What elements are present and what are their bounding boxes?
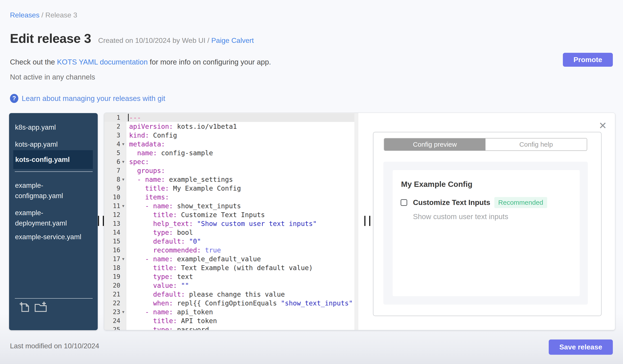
fold-toggle-icon[interactable]: ▾ [120,177,126,182]
doc-text-post: for more info on configuring your app. [148,58,271,66]
code-text: default: please change this value [126,290,285,298]
code-text: name: config-sample [126,149,213,157]
add-folder-button[interactable] [34,301,47,313]
sidebar-file-kots-config.yaml[interactable]: kots-config.yaml [13,150,93,169]
breadcrumb-releases-link[interactable]: Releases [10,11,39,19]
code-text: type: bool [126,229,193,236]
line-number-cell: 16 [104,246,126,254]
editor-line: 22 when: repl{{ ConfigOptionEquals "show… [104,299,358,307]
line-number-cell: 4▾ [104,141,126,148]
git-help-link[interactable]: Learn about managing your releases with … [22,94,165,103]
code-text: - name: example_settings [126,176,233,183]
tab-config-help[interactable]: Config help [486,139,587,150]
editor-line: 25 type: password [104,325,358,330]
code-text: kind: Config [126,131,177,139]
editor-line: 5 name: config-sample [104,148,358,157]
sidebar-file-k8s-app.yaml[interactable]: k8s-app.yaml [15,122,84,133]
line-number-cell: 18 [104,264,126,271]
code-text: help_text: "Show custom user text inputs… [126,220,317,227]
line-number-cell: 13 [104,220,126,227]
code-text: groups: [126,167,165,175]
fold-toggle-icon[interactable]: ▾ [120,159,126,164]
code-text: title: Text Example (with default value) [126,264,313,272]
editor-scrollbar[interactable] [354,113,358,330]
code-text: type: text [126,273,193,281]
config-item-row: Customize Text Inputs Recommended [400,197,547,208]
preview-content-area: My Example Config Customize Text Inputs … [383,162,588,304]
sidebar-divider [15,298,93,299]
code-text: metadata: [126,140,165,148]
sidebar-file-example-configmap.yaml[interactable]: example-configmap.yaml [15,180,84,201]
config-checkbox[interactable] [400,199,407,206]
sidebar-file-example-service.yaml[interactable]: example-service.yaml [15,232,84,242]
code-text: spec: [126,158,149,166]
line-number-cell: 1 [104,114,126,121]
editor-line: 6▾spec: [104,157,358,166]
sidebar-file-kots-app.yaml[interactable]: kots-app.yaml [15,139,84,150]
author-link[interactable]: Paige Calvert [211,37,254,44]
git-help-row[interactable]: ? Learn about managing your releases wit… [10,94,165,103]
line-number-cell: 7 [104,167,126,174]
line-number-cell: 5 [104,149,126,157]
code-text: - name: show_text_inputs [126,202,241,210]
line-number-cell: 24 [104,317,126,324]
add-file-button[interactable] [19,301,30,313]
line-number-cell: 2 [104,123,126,130]
config-preview-panel: Config previewConfig help My Example Con… [373,132,601,316]
save-release-button[interactable]: Save release [549,340,613,355]
doc-text-pre: Check out the [10,58,57,66]
config-item-help-text: Show custom user text inputs [413,212,508,221]
fold-toggle-icon[interactable]: ▾ [120,309,126,315]
editor-line: 12 title: Customize Text Inputs [104,210,358,219]
question-mark-icon: ? [10,94,18,103]
code-editor[interactable]: 1---2apiVersion: kots.io/v1beta13kind: C… [104,113,358,330]
config-group-title: My Example Config [401,180,472,189]
fold-toggle-icon[interactable]: ▾ [120,203,126,208]
editor-line: 4▾metadata: [104,140,358,148]
line-number-cell: 9 [104,185,126,192]
line-number-cell: 20 [104,282,126,289]
fold-toggle-icon[interactable]: ▾ [120,256,126,262]
editor-line: 16 recommended: true [104,246,358,254]
preview-resize-handle[interactable] [364,216,370,226]
tab-config-preview[interactable]: Config preview [384,139,486,150]
line-number-cell: 17▾ [104,255,126,263]
editor-line: 19 type: text [104,272,358,281]
promote-button[interactable]: Promote [563,53,613,67]
last-modified-text: Last modified on 10/10/2024 [10,342,99,350]
editor-line: 24 title: API token [104,316,358,325]
sidebar-resize-handle[interactable] [98,216,104,226]
title-row: Edit release 3 Created on 10/10/2024 by … [10,31,254,46]
sidebar-actions [19,301,47,313]
editor-line: 13 help_text: "Show custom user text inp… [104,219,358,228]
code-text: - name: api_token [126,308,213,316]
line-number-cell: 21 [104,291,126,298]
editor-line: 3kind: Config [104,131,358,140]
editor-line: 15 default: "0" [104,237,358,246]
code-text: recommended: true [126,246,221,254]
line-number-cell: 23▾ [104,308,126,316]
sidebar-file-example-deployment.yaml[interactable]: example-deployment.yaml [15,208,84,228]
editor-line: 2apiVersion: kots.io/v1beta1 [104,122,358,131]
kots-docs-link[interactable]: KOTS YAML documentation [57,58,148,66]
code-text: title: My Example Config [126,184,241,192]
documentation-line: Check out the KOTS YAML documentation fo… [10,58,271,66]
created-text: Created on 10/10/2024 by Web UI / [98,37,211,44]
code-text: - name: example_default_value [126,255,261,263]
editor-line: 11▾ - name: show_text_inputs [104,202,358,210]
release-editor-card: 1---2apiVersion: kots.io/v1beta13kind: C… [104,113,615,330]
breadcrumb: Releases / Release 3 [10,11,77,19]
code-text: apiVersion: kots.io/v1beta1 [126,122,237,130]
line-number-cell: 11▾ [104,202,126,210]
fold-toggle-icon[interactable]: ▾ [120,141,126,147]
editor-line: 9 title: My Example Config [104,184,358,193]
editor-line: 23▾ - name: api_token [104,307,358,316]
line-number-cell: 25 [104,326,126,330]
code-text: items: [126,193,169,201]
line-number-cell: 12 [104,211,126,219]
code-text: when: repl{{ ConfigOptionEquals "show_te… [126,299,353,307]
line-number-cell: 6▾ [104,158,126,165]
add-file-icon [19,301,30,313]
editor-line: 1--- [104,113,358,122]
close-preview-button[interactable]: ✕ [599,121,607,131]
